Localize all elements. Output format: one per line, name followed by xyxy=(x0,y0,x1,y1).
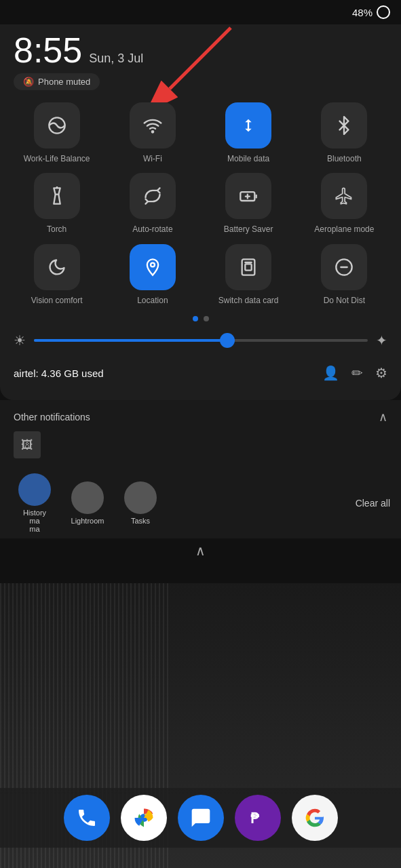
dock-app-google[interactable] xyxy=(292,795,338,841)
app-shortcuts-row: Historymama Lightroom Tasks Clear all xyxy=(11,473,390,533)
toggle-work-life-balance[interactable]: Work-Life Balance xyxy=(14,102,100,163)
toggle-label-torch: Torch xyxy=(47,224,66,234)
brightness-slider[interactable] xyxy=(34,339,368,342)
dock-app-messages[interactable] xyxy=(178,795,224,841)
toggle-btn-auto-rotate[interactable] xyxy=(130,173,176,219)
phone-muted-badge: 🔕 Phone muted xyxy=(14,73,100,90)
bluetooth-icon xyxy=(335,116,354,135)
notifications-section: Other notifications ∧ 🖼 xyxy=(0,400,401,468)
toggle-btn-work-life-balance[interactable] xyxy=(34,102,80,149)
brightness-high-icon: ✦ xyxy=(376,332,387,349)
page-dot-1 xyxy=(193,316,198,321)
time-date-row: 8:55 Sun, 3 Jul xyxy=(14,33,387,68)
messages-icon xyxy=(190,807,212,829)
toggle-do-not-disturb[interactable]: Do Not Dist xyxy=(301,244,387,305)
toggle-torch[interactable]: Torch xyxy=(14,173,100,234)
notification-image: 🖼 xyxy=(14,431,41,458)
toggle-btn-do-not-disturb[interactable] xyxy=(321,244,367,290)
auto-rotate-icon xyxy=(143,186,162,205)
dock-app-phone[interactable] xyxy=(64,795,110,841)
notifications-title: Other notifications xyxy=(14,412,90,422)
shortcut-lightroom-icon xyxy=(71,481,104,514)
brightness-fill xyxy=(34,339,227,342)
shortcut-tasks-icon xyxy=(124,481,157,514)
toggle-grid-row2: Torch Auto-rotate xyxy=(14,173,387,234)
toggle-switch-data-card[interactable]: Switch data card xyxy=(206,244,292,305)
toggle-auto-rotate[interactable]: Auto-rotate xyxy=(109,173,195,234)
toggle-btn-torch[interactable] xyxy=(34,173,80,219)
phone-icon xyxy=(76,807,98,829)
moon-icon xyxy=(47,258,66,277)
toggle-grid-row3: Vision comfort Location Switch data c xyxy=(14,244,387,305)
shortcut-history[interactable]: Historymama xyxy=(11,473,58,533)
toggle-btn-switch-data-card[interactable] xyxy=(225,244,271,290)
toggle-btn-bluetooth[interactable] xyxy=(321,102,367,149)
google-icon xyxy=(304,807,326,829)
toggle-label-bluetooth: Bluetooth xyxy=(327,154,362,163)
toggle-label-do-not-disturb: Do Not Dist xyxy=(324,296,365,305)
torch-icon xyxy=(47,186,66,205)
user-icon[interactable]: 👤 xyxy=(322,365,339,381)
battery-percentage: 48% xyxy=(352,7,373,18)
shortcut-history-icon xyxy=(18,473,51,506)
do-not-disturb-icon xyxy=(335,258,354,277)
bottom-chevron[interactable]: ∧ xyxy=(0,538,401,563)
shortcut-lightroom-label: Lightroom xyxy=(71,517,104,525)
mobile-data-icon xyxy=(239,116,258,135)
clear-all-btn[interactable]: Clear all xyxy=(356,498,390,509)
clock-time: 8:55 xyxy=(14,33,82,68)
svg-text:₱: ₱ xyxy=(250,810,260,827)
shortcut-lightroom[interactable]: Lightroom xyxy=(64,481,111,525)
quick-settings-panel: 8:55 Sun, 3 Jul 🔕 Phone muted xyxy=(0,24,401,400)
toggle-btn-vision-comfort[interactable] xyxy=(34,244,80,290)
toggle-vision-comfort[interactable]: Vision comfort xyxy=(14,244,100,305)
mute-bell-icon: 🔕 xyxy=(23,77,34,87)
toggle-btn-wifi[interactable] xyxy=(130,102,176,149)
brightness-thumb[interactable] xyxy=(220,333,235,348)
toggle-label-vision-comfort: Vision comfort xyxy=(31,296,83,305)
toggle-label-wifi: Wi-Fi xyxy=(143,154,162,163)
shortcut-tasks[interactable]: Tasks xyxy=(117,481,164,525)
toggle-label-switch-data-card: Switch data card xyxy=(218,296,279,305)
toggle-label-aeroplane-mode: Aeroplane mode xyxy=(314,224,374,234)
wifi-icon xyxy=(143,116,162,135)
sim-card-icon xyxy=(239,258,258,277)
status-bar-right: 48% xyxy=(352,5,390,19)
brightness-row[interactable]: ☀ ✦ xyxy=(14,332,387,349)
toggle-btn-aeroplane-mode[interactable] xyxy=(321,173,367,219)
dock-app-chrome[interactable] xyxy=(121,795,167,841)
toggle-mobile-data[interactable]: Mobile data xyxy=(206,102,292,163)
toggle-battery-saver[interactable]: Battery Saver xyxy=(206,173,292,234)
data-usage-icons: 👤 ✏ ⚙ xyxy=(322,365,387,381)
dock-app-phonepe[interactable]: ₱ xyxy=(235,795,281,841)
app-shortcuts-section: Historymama Lightroom Tasks Clear all xyxy=(0,468,401,538)
toggle-label-auto-rotate: Auto-rotate xyxy=(132,224,172,234)
brightness-low-icon: ☀ xyxy=(14,332,26,349)
data-usage-text: airtel: 4.36 GB used xyxy=(14,368,104,379)
chrome-icon xyxy=(132,806,156,830)
toggle-aeroplane-mode[interactable]: Aeroplane mode xyxy=(301,173,387,234)
toggle-wifi[interactable]: Wi-Fi xyxy=(109,102,195,163)
edit-icon[interactable]: ✏ xyxy=(351,365,363,381)
toggle-location[interactable]: Location xyxy=(109,244,195,305)
page-dots xyxy=(14,316,387,321)
svg-point-9 xyxy=(151,262,155,267)
toggle-bluetooth[interactable]: Bluetooth xyxy=(301,102,387,163)
aeroplane-icon xyxy=(335,186,354,205)
toggle-btn-battery-saver[interactable] xyxy=(225,173,271,219)
toggle-grid-row1: Work-Life Balance Wi-Fi xyxy=(14,102,387,163)
data-usage-row: airtel: 4.36 GB used 👤 ✏ ⚙ xyxy=(14,359,387,387)
settings-icon[interactable]: ⚙ xyxy=(375,365,387,381)
toggle-label-mobile-data: Mobile data xyxy=(227,154,269,163)
toggle-label-work-life-balance: Work-Life Balance xyxy=(24,154,90,163)
status-bar: 48% xyxy=(0,0,401,24)
shortcut-history-label: Historymama xyxy=(23,509,46,533)
svg-rect-11 xyxy=(245,264,251,270)
notifications-header: Other notifications ∧ xyxy=(14,410,387,425)
clock-date: Sun, 3 Jul xyxy=(89,52,143,66)
toggle-btn-location[interactable] xyxy=(130,244,176,290)
toggle-btn-mobile-data[interactable] xyxy=(225,102,271,149)
bottom-dock: ₱ xyxy=(0,788,401,848)
notifications-collapse-btn[interactable]: ∧ xyxy=(379,410,387,425)
svg-point-3 xyxy=(152,131,153,132)
